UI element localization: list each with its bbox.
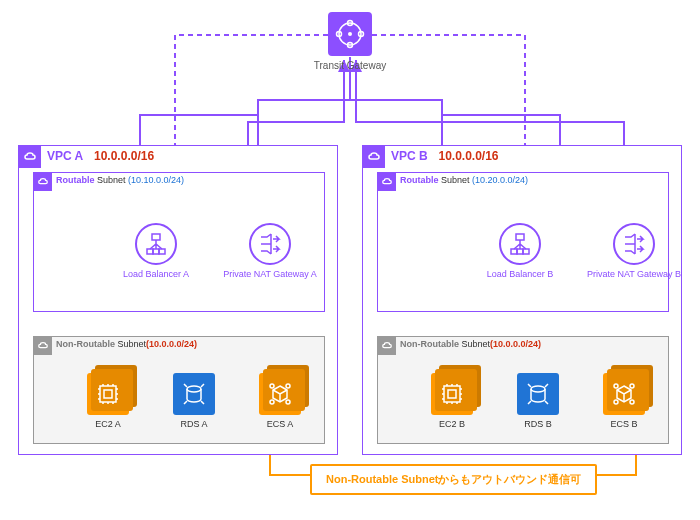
svg-point-26 bbox=[614, 400, 618, 404]
rds-icon bbox=[517, 373, 559, 415]
ecs-icon bbox=[603, 373, 645, 415]
ecs-a: ECS A bbox=[250, 373, 310, 429]
svg-rect-7 bbox=[147, 249, 153, 254]
ec2-b: EC2 B bbox=[422, 373, 482, 429]
vpc-a-title: VPC A 10.0.0.0/16 bbox=[47, 149, 154, 163]
svg-point-12 bbox=[187, 386, 201, 392]
cloud-icon bbox=[34, 337, 52, 355]
nat-b-label: Private NAT Gateway B bbox=[584, 269, 684, 279]
load-balancer-b-label: Load Balancer B bbox=[480, 269, 560, 279]
svg-point-15 bbox=[270, 400, 274, 404]
callout-outbound: Non-Routable Subnetからもアウトバウンド通信可 bbox=[310, 464, 597, 495]
svg-point-24 bbox=[614, 384, 618, 388]
load-balancer-b: Load Balancer B bbox=[480, 223, 560, 279]
cloud-icon bbox=[378, 173, 396, 191]
rds-a: RDS A bbox=[164, 373, 224, 429]
vpc-b-name: VPC B bbox=[391, 149, 428, 163]
vpc-a-nonroutable-subnet: Non-Routable Subnet(10.0.0.0/24) EC2 A R… bbox=[33, 336, 325, 444]
transit-gateway-icon bbox=[328, 12, 372, 56]
svg-rect-6 bbox=[152, 234, 160, 240]
ecs-icon bbox=[259, 373, 301, 415]
nat-gateway-icon bbox=[249, 223, 291, 265]
svg-point-25 bbox=[630, 384, 634, 388]
svg-rect-8 bbox=[153, 249, 159, 254]
cloud-icon bbox=[363, 146, 385, 168]
svg-point-23 bbox=[531, 386, 545, 392]
vpc-b-routable-title: Routable Subnet (10.20.0.0/24) bbox=[400, 175, 528, 185]
ec2-a: EC2 A bbox=[78, 373, 138, 429]
vpc-a-cidr: 10.0.0.0/16 bbox=[94, 149, 154, 163]
vpc-a-routable-subnet: Routable Subnet (10.10.0.0/24) Load Bala… bbox=[33, 172, 325, 312]
svg-rect-21 bbox=[444, 386, 460, 402]
svg-rect-17 bbox=[516, 234, 524, 240]
svg-rect-10 bbox=[100, 386, 116, 402]
private-nat-gateway-b: Private NAT Gateway B bbox=[584, 223, 684, 279]
nat-gateway-icon bbox=[613, 223, 655, 265]
vpc-a-routable-title: Routable Subnet (10.10.0.0/24) bbox=[56, 175, 184, 185]
cloud-icon bbox=[19, 146, 41, 168]
rds-a-label: RDS A bbox=[164, 419, 224, 429]
ecs-a-label: ECS A bbox=[250, 419, 310, 429]
vpc-b-title: VPC B 10.0.0.0/16 bbox=[391, 149, 499, 163]
ecs-b-label: ECS B bbox=[594, 419, 654, 429]
ecs-b: ECS B bbox=[594, 373, 654, 429]
rds-b-label: RDS B bbox=[508, 419, 568, 429]
ec2-icon bbox=[87, 373, 129, 415]
private-nat-gateway-a: Private NAT Gateway A bbox=[220, 223, 320, 279]
vpc-a-name: VPC A bbox=[47, 149, 83, 163]
vpc-a: VPC A 10.0.0.0/16 Routable Subnet (10.10… bbox=[18, 145, 338, 455]
rds-icon bbox=[173, 373, 215, 415]
vpc-b-cidr: 10.0.0.0/16 bbox=[438, 149, 498, 163]
ec2-b-label: EC2 B bbox=[422, 419, 482, 429]
svg-point-13 bbox=[270, 384, 274, 388]
svg-point-27 bbox=[630, 400, 634, 404]
svg-rect-18 bbox=[511, 249, 517, 254]
svg-rect-22 bbox=[448, 390, 456, 398]
vpc-b-nonroutable-subnet: Non-Routable Subnet(10.0.0.0/24) EC2 B R… bbox=[377, 336, 669, 444]
load-balancer-a: Load Balancer A bbox=[116, 223, 196, 279]
load-balancer-icon bbox=[135, 223, 177, 265]
svg-rect-9 bbox=[159, 249, 165, 254]
svg-point-16 bbox=[286, 400, 290, 404]
vpc-a-nonroutable-title: Non-Routable Subnet(10.0.0.0/24) bbox=[56, 339, 197, 349]
nat-a-label: Private NAT Gateway A bbox=[220, 269, 320, 279]
vpc-b: VPC B 10.0.0.0/16 Routable Subnet (10.20… bbox=[362, 145, 682, 455]
svg-point-14 bbox=[286, 384, 290, 388]
load-balancer-a-label: Load Balancer A bbox=[116, 269, 196, 279]
vpc-b-nonroutable-title: Non-Routable Subnet(10.0.0.0/24) bbox=[400, 339, 541, 349]
cloud-icon bbox=[34, 173, 52, 191]
cloud-icon bbox=[378, 337, 396, 355]
svg-rect-11 bbox=[104, 390, 112, 398]
svg-point-5 bbox=[348, 32, 352, 36]
load-balancer-icon bbox=[499, 223, 541, 265]
ec2-icon bbox=[431, 373, 473, 415]
ec2-a-label: EC2 A bbox=[78, 419, 138, 429]
transit-gateway-label: Transit Gateway bbox=[300, 60, 400, 71]
rds-b: RDS B bbox=[508, 373, 568, 429]
vpc-b-routable-subnet: Routable Subnet (10.20.0.0/24) Load Bala… bbox=[377, 172, 669, 312]
svg-rect-19 bbox=[517, 249, 523, 254]
svg-rect-20 bbox=[523, 249, 529, 254]
